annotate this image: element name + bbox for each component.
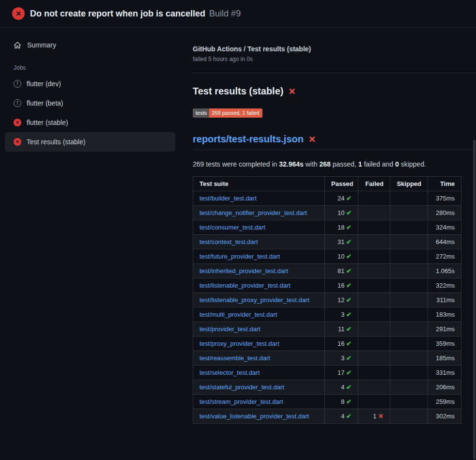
time-cell: 324ms [428, 220, 461, 235]
failed-cell [358, 235, 390, 249]
test-suite-link[interactable]: test/change_notifier_provider_test.dart [200, 209, 307, 216]
test-suite-link[interactable]: test/builder_test.dart [200, 195, 257, 202]
test-suite-cell: test/listenable_proxy_provider_test.dart [193, 293, 325, 307]
summary-text-part: 269 tests were completed in [193, 160, 279, 168]
failed-cell [358, 206, 390, 220]
skipped-cell [390, 307, 428, 322]
test-suite-cell: test/stream_provider_test.dart [193, 395, 325, 409]
jobs-list: !flutter (dev)!flutter (beta)✕flutter (s… [0, 74, 175, 152]
sidebar-item-summary[interactable]: Summary [5, 35, 175, 55]
skipped-cell [390, 351, 428, 366]
table-row: test/listenable_proxy_provider_test.dart… [193, 293, 461, 307]
test-suite-link[interactable]: test/consumer_test.dart [200, 224, 265, 231]
test-suite-link[interactable]: test/stateful_provider_test.dart [200, 383, 284, 391]
test-suite-link[interactable]: test/multi_provider_test.dart [200, 311, 277, 318]
sidebar-item-flutter-dev[interactable]: !flutter (dev) [5, 74, 175, 93]
summary-bold-skipped: 0 [395, 160, 399, 168]
test-suite-cell: test/change_notifier_provider_test.dart [193, 206, 325, 220]
test-suite-link[interactable]: test/inherited_provider_test.dart [200, 267, 288, 275]
test-suite-link[interactable]: test/future_provider_test.dart [200, 253, 280, 260]
test-suite-link[interactable]: test/provider_test.dart [200, 325, 261, 333]
time-cell: 272ms [428, 249, 461, 264]
x-icon: ✕ [378, 413, 384, 420]
breadcrumb: GitHub Actions / Test results (stable) [193, 45, 476, 53]
scrollbar-thumb[interactable] [473, 140, 476, 460]
check-icon: ✔ [346, 398, 352, 405]
table-body: test/builder_test.dart24 ✔375mstest/chan… [193, 191, 461, 424]
time-cell: 302ms [428, 409, 461, 424]
test-suite-link[interactable]: test/listenable_provider_test.dart [200, 282, 291, 289]
failed-cell [358, 322, 390, 337]
test-suite-cell: test/stateful_provider_test.dart [193, 380, 325, 395]
test-suite-cell: test/provider_test.dart [193, 322, 325, 337]
passed-cell: 8 ✔ [325, 395, 358, 409]
check-icon: ✔ [346, 354, 352, 362]
job-label: flutter (beta) [27, 99, 63, 107]
table-row: test/value_listenable_provider_test.dart… [193, 409, 461, 424]
summary-text-part: skipped. [399, 160, 426, 168]
test-suite-cell: test/builder_test.dart [193, 191, 325, 206]
test-suite-cell: test/selector_test.dart [193, 366, 325, 380]
failed-cell [358, 337, 390, 351]
table-row: test/future_provider_test.dart10 ✔272ms [193, 249, 461, 264]
column-header-time: Time [428, 177, 461, 191]
badge-label: tests [193, 108, 209, 118]
skipped-cell [390, 322, 428, 337]
time-cell: 331ms [428, 366, 461, 380]
failed-cell [358, 278, 390, 293]
test-suite-link[interactable]: test/selector_test.dart [200, 369, 260, 376]
time-cell: 359ms [428, 337, 461, 351]
section-title-text: Test results (stable) [193, 86, 283, 97]
failed-cell [358, 220, 390, 235]
table-header-row: Test suitePassedFailedSkippedTime [193, 177, 461, 191]
layout: Summary Jobs !flutter (dev)!flutter (bet… [0, 28, 476, 460]
check-icon: ✔ [346, 253, 352, 260]
time-cell: 185ms [428, 351, 461, 366]
report-file-link[interactable]: reports/test-results.json [193, 134, 304, 145]
test-suite-link[interactable]: test/reassemble_test.dart [200, 354, 270, 362]
table-row: test/inherited_provider_test.dart81 ✔1.0… [193, 264, 461, 278]
sidebar-item-flutter-stable[interactable]: ✕flutter (stable) [5, 113, 175, 132]
failed-circle-icon: ✕ [14, 119, 21, 126]
test-suite-link[interactable]: test/listenable_proxy_provider_test.dart [200, 296, 309, 304]
cancelled-circle-icon: ! [14, 80, 21, 88]
test-suite-link[interactable]: test/context_test.dart [200, 238, 258, 245]
test-results-table: Test suitePassedFailedSkippedTime test/b… [193, 176, 461, 424]
report-title: reports/test-results.json ✕ [193, 134, 476, 150]
passed-cell: 31 ✔ [325, 235, 358, 249]
passed-cell: 81 ✔ [325, 264, 358, 278]
summary-bold-failed: 1 [358, 160, 362, 168]
table-row: test/listenable_provider_test.dart16 ✔32… [193, 278, 461, 293]
test-suite-link[interactable]: test/value_listenable_provider_test.dart [200, 413, 309, 420]
passed-cell: 3 ✔ [325, 351, 358, 366]
failed-cell [358, 249, 390, 264]
test-suite-link[interactable]: test/stream_provider_test.dart [200, 398, 283, 405]
sidebar-item-test-results-stable[interactable]: ✕Test results (stable) [5, 132, 175, 152]
table-row: test/change_notifier_provider_test.dart1… [193, 206, 461, 220]
main-content: GitHub Actions / Test results (stable) f… [175, 28, 476, 424]
failed-cell [358, 351, 390, 366]
time-cell: 206ms [428, 380, 461, 395]
github-actions-run-page: ✕ Do not create report when job is cance… [0, 0, 476, 460]
skipped-cell [390, 249, 428, 264]
table-row: test/reassemble_test.dart3 ✔185ms [193, 351, 461, 366]
skipped-cell [390, 278, 428, 293]
failed-cell [358, 293, 390, 307]
tests-badge: tests 268 passed, 1 failed [193, 108, 262, 118]
test-suite-link[interactable]: test/proxy_provider_test.dart [200, 340, 279, 347]
sidebar-item-flutter-beta[interactable]: !flutter (beta) [5, 93, 175, 113]
time-cell: 183ms [428, 307, 461, 322]
failed-cell [358, 307, 390, 322]
test-suite-cell: test/proxy_provider_test.dart [193, 337, 325, 351]
time-cell: 311ms [428, 293, 461, 307]
time-cell: 291ms [428, 322, 461, 337]
skipped-cell [390, 409, 428, 424]
column-header-test-suite: Test suite [193, 177, 325, 191]
failed-cell [358, 395, 390, 409]
table-row: test/selector_test.dart17 ✔331ms [193, 366, 461, 380]
job-label: flutter (stable) [27, 119, 68, 126]
run-title-wrap: Do not create report when job is cancell… [30, 9, 241, 19]
run-header: ✕ Do not create report when job is cance… [0, 0, 476, 28]
time-cell: 322ms [428, 278, 461, 293]
test-suite-cell: test/listenable_provider_test.dart [193, 278, 325, 293]
